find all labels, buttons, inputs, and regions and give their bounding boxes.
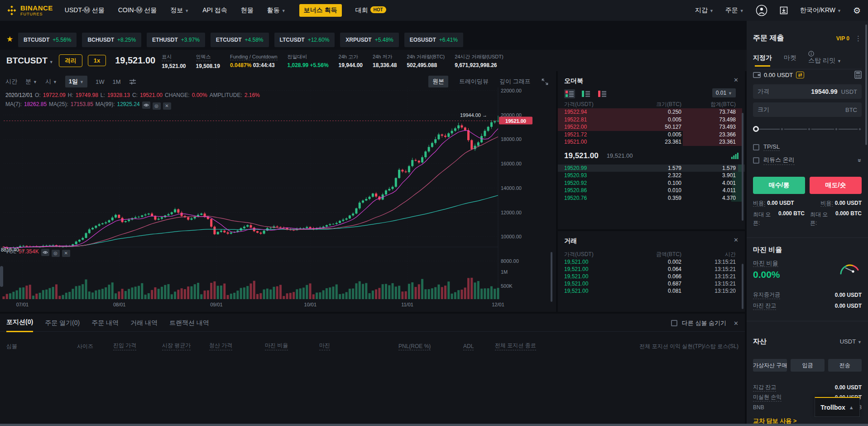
kebab-menu-icon[interactable]: ⋮ xyxy=(855,34,862,43)
tpsl-checkbox[interactable] xyxy=(753,144,759,150)
nav-item-보너스-획득[interactable]: 보너스 획득 xyxy=(299,4,342,17)
orderbook-scrollbar[interactable] xyxy=(742,113,743,221)
nav-item-COIN-Ⓜ-선물[interactable]: COIN-Ⓜ 선물 xyxy=(118,6,157,15)
depth-bars-icon[interactable] xyxy=(731,153,739,159)
language-currency[interactable]: 한국어/KRW▼ xyxy=(800,6,841,15)
ticker-tile-BTCUSDT[interactable]: BTCUSDT+5.56% xyxy=(18,33,77,47)
chart-tab-트레이딩뷰[interactable]: 트레이딩뷰 xyxy=(459,77,489,86)
trade-row[interactable]: 19,521.000.06613:15:21 xyxy=(558,273,745,280)
orderbook-bid-row[interactable]: 19520.932.3223.901 xyxy=(558,172,745,179)
favorites-star-icon[interactable]: ★ xyxy=(6,34,13,44)
orderbook-grouping-select[interactable]: 0.01▼ xyxy=(712,88,736,97)
margin-mode-button[interactable]: 격리 xyxy=(59,54,82,67)
ticker-tile-XRPUSDT[interactable]: XRPUSDT+5.48% xyxy=(340,33,398,47)
size-slider[interactable] xyxy=(753,126,862,132)
orderbook-bid-row[interactable]: 19520.920.1004.001 xyxy=(558,179,745,187)
symbol-name[interactable]: BTCUSDT▼ xyxy=(6,56,53,66)
nav-item-API-접속[interactable]: API 접속 xyxy=(202,6,227,15)
nav-wallet[interactable]: 지갑▼ xyxy=(695,6,714,15)
orderbook-bid-row[interactable]: 19520.991.5791.579 xyxy=(558,165,745,172)
buy-long-button[interactable]: 매수/롱 xyxy=(753,177,805,194)
close-icon[interactable]: ✕ xyxy=(734,320,739,327)
trade-row[interactable]: 19,521.000.68713:15:21 xyxy=(558,280,745,287)
interval-분[interactable]: 분▼ xyxy=(25,77,37,86)
ticker-tile-BCHUSDT[interactable]: BCHUSDT+8.25% xyxy=(82,33,141,47)
settings-gear-icon[interactable]: ⚙ xyxy=(853,5,861,16)
fullscreen-icon[interactable] xyxy=(542,78,548,85)
orderbook-ask-row[interactable]: 19522.0050.12773.493 xyxy=(558,123,745,131)
order-type-tab-0[interactable]: 지정가 xyxy=(753,54,772,62)
remove-indicator-icon[interactable]: ✕ xyxy=(163,102,171,110)
chart-settings-icon[interactable] xyxy=(129,78,136,85)
calculator-icon[interactable] xyxy=(854,71,862,79)
reduce-only-checkbox[interactable] xyxy=(753,157,759,164)
nav-item-활동[interactable]: 활동▼ xyxy=(267,6,286,15)
chart-tab-깊이-그래프[interactable]: 깊이 그래프 xyxy=(499,77,531,86)
sell-short-button[interactable]: 매도/숏 xyxy=(810,177,862,194)
orderbook-ask-row[interactable]: 19521.0023.36123.361 xyxy=(558,138,745,146)
transfer-icon[interactable]: ⇄ xyxy=(796,72,804,78)
close-icon[interactable]: ✕ xyxy=(734,237,739,243)
orderbook-mode-both[interactable] xyxy=(564,89,575,98)
trade-row[interactable]: 19,521.000.06413:15:21 xyxy=(558,266,745,273)
download-app-icon[interactable] xyxy=(779,6,788,15)
profile-icon[interactable] xyxy=(756,5,767,16)
order-type-tab-2[interactable]: 스탑 리밋▼ xyxy=(808,51,841,65)
chart-pane-scrollbar[interactable] xyxy=(551,252,552,302)
asset-button-가상자산-구매[interactable]: 가상자산 구매 xyxy=(753,359,787,372)
tab-주문-내역[interactable]: 주문 내역 xyxy=(91,319,119,332)
orderbook-bid-row[interactable]: 19520.760.3594.370 xyxy=(558,194,745,202)
leverage-button[interactable]: 1x xyxy=(88,55,106,66)
interval-1M[interactable]: 1M xyxy=(113,78,121,85)
ticker-tile-LTCUSDT[interactable]: LTCUSDT+12.60% xyxy=(274,33,335,47)
interval-1일[interactable]: 1일▼ xyxy=(65,76,87,87)
slider-knob[interactable] xyxy=(753,126,759,132)
close-icon[interactable]: ✕ xyxy=(734,77,739,83)
size-input[interactable]: 크기 BTC xyxy=(753,102,862,117)
tab-주문-열기(0)[interactable]: 주문 열기(0) xyxy=(45,319,80,332)
interval-1W[interactable]: 1W xyxy=(96,78,105,85)
tab-포지션(0)[interactable]: 포지션(0) xyxy=(6,318,33,332)
eye-icon[interactable] xyxy=(142,102,150,109)
trade-row[interactable]: 19,521.000.08113:15:20 xyxy=(558,287,745,295)
nav-item-USDT-Ⓜ-선물[interactable]: USDT-Ⓜ 선물 xyxy=(65,6,105,15)
price-input[interactable]: 가격 19540.99 USDT xyxy=(753,84,862,99)
nav-item-정보[interactable]: 정보▼ xyxy=(170,6,189,15)
stat-part: 19,944.00 xyxy=(339,62,363,68)
trades-scrollbar[interactable] xyxy=(742,264,743,309)
order-type-tab-1[interactable]: 마켓 xyxy=(784,54,796,62)
assets-currency-select[interactable]: USDT▼ xyxy=(840,338,862,345)
orderbook-mode-asks[interactable] xyxy=(597,89,608,98)
nav-item-현물[interactable]: 현물 xyxy=(241,6,254,15)
asset-button-전송[interactable]: 전송 xyxy=(828,359,862,372)
tab-트랜잭션-내역[interactable]: 트랜잭션 내역 xyxy=(169,319,209,332)
orderbook-ask-row[interactable]: 19522.940.25073.748 xyxy=(558,108,745,116)
ticker-tile-EOSUSDT[interactable]: EOSUSDT+6.41% xyxy=(404,33,463,47)
chart-scroll-handle[interactable] xyxy=(0,266,3,287)
indicator-settings-icon[interactable]: ◎ xyxy=(153,102,161,110)
orderbook-ask-row[interactable]: 19521.720.00523.366 xyxy=(558,131,745,139)
order-panel-scrollbar[interactable] xyxy=(865,24,867,145)
ticker-tile-ETHUSDT[interactable]: ETHUSDT+3.97% xyxy=(147,33,205,47)
trade-row[interactable]: 19,521.000.00213:15:21 xyxy=(558,258,745,266)
remove-indicator-icon[interactable]: ✕ xyxy=(62,250,70,257)
interval-시[interactable]: 시▼ xyxy=(45,77,57,86)
nav-item-대회[interactable]: 대회HOT xyxy=(355,6,386,15)
ticker-tile-ETCUSDT[interactable]: ETCUSDT+4.58% xyxy=(211,33,269,47)
interval-시간[interactable]: 시간 xyxy=(5,77,17,86)
binance-logo[interactable]: BINANCE FUTURES xyxy=(6,5,53,16)
nav-orders[interactable]: 주문▼ xyxy=(725,6,744,15)
chart-tab-원본[interactable]: 원본 xyxy=(428,76,448,87)
indicator-settings-icon[interactable]: ◎ xyxy=(52,250,60,257)
price: 19521.00 xyxy=(564,139,632,145)
orderbook-bid-row[interactable]: 19520.860.0104.011 xyxy=(558,187,745,194)
hide-other-symbols-checkbox[interactable] xyxy=(671,320,677,326)
orderbook-mode-bids[interactable] xyxy=(580,89,591,98)
expand-more-icon[interactable]: » xyxy=(856,159,863,162)
asset-button-입금[interactable]: 입금 xyxy=(791,359,824,372)
trollbox-toggle[interactable]: Trollbox ▲ xyxy=(815,397,860,417)
orderbook-ask-row[interactable]: 19522.810.00573.498 xyxy=(558,116,745,124)
eye-icon[interactable] xyxy=(41,249,49,256)
chevron-down-icon: ▼ xyxy=(710,9,714,13)
tab-거래-내역[interactable]: 거래 내역 xyxy=(130,319,158,332)
